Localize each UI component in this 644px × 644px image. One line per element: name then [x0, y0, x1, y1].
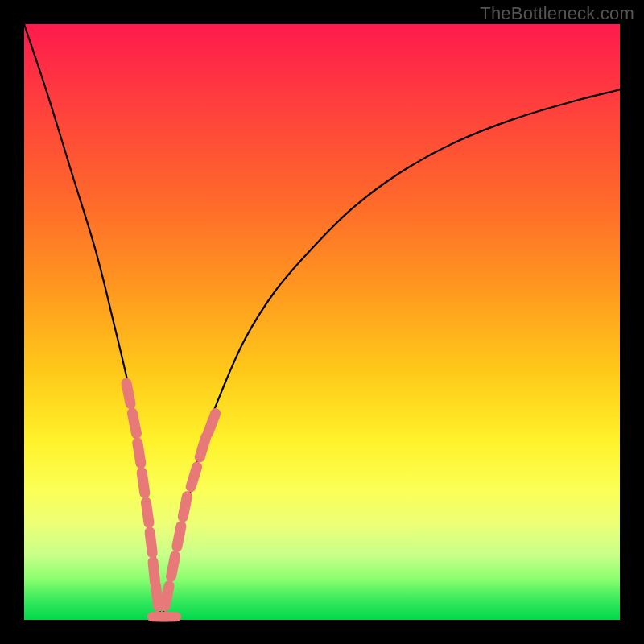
marker-capsule	[200, 437, 205, 457]
marker-capsule	[171, 556, 175, 576]
marker-cluster	[126, 383, 216, 617]
marker-capsule	[153, 562, 155, 583]
chart-frame: TheBottleneck.com	[0, 0, 644, 644]
watermark-text: TheBottleneck.com	[480, 3, 634, 24]
marker-capsule	[183, 497, 187, 517]
marker-capsule	[191, 467, 196, 487]
plot-area	[24, 24, 620, 620]
marker-capsule	[138, 443, 141, 464]
marker-capsule	[208, 414, 216, 433]
marker-capsule	[155, 586, 158, 607]
marker-capsule	[177, 526, 181, 547]
marker-capsule	[132, 413, 136, 433]
bottleneck-curve	[24, 24, 620, 621]
marker-capsule	[142, 473, 145, 493]
marker-capsule	[150, 532, 152, 553]
chart-svg	[24, 24, 620, 620]
marker-capsule	[165, 586, 169, 606]
marker-capsule	[146, 502, 149, 523]
marker-capsule	[126, 383, 130, 403]
